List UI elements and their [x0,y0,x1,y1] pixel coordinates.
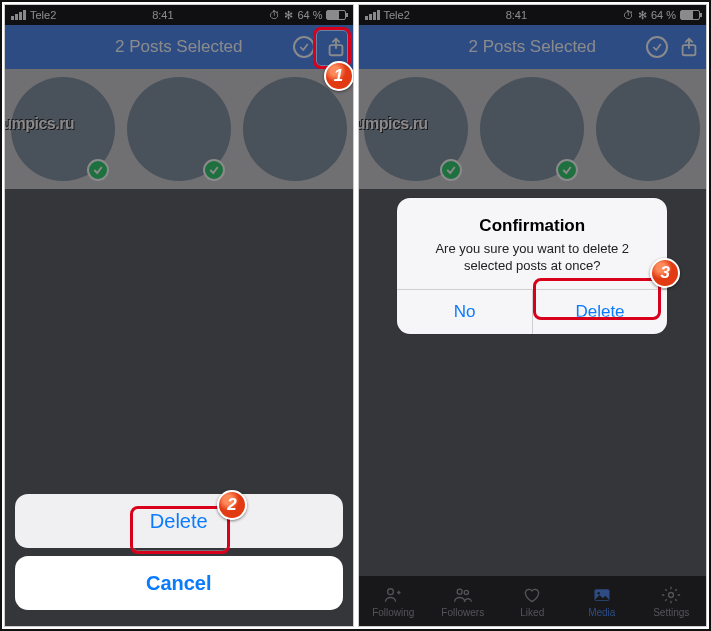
action-sheet: Delete Cancel [15,494,343,618]
alert-title: Confirmation [413,216,651,236]
alert-delete-button[interactable]: Delete [532,290,668,334]
action-delete-button[interactable]: Delete [15,494,343,548]
alert-message: Are you sure you want to delete 2 select… [413,240,651,275]
alert-no-button[interactable]: No [397,290,532,334]
phone-right: Tele2 8:41 ⏱︎ ✻ 64 % 2 Posts Selected [358,4,708,627]
action-cancel-button[interactable]: Cancel [15,556,343,610]
confirm-dialog: Confirmation Are you sure you want to de… [397,198,667,334]
tutorial-frame: Tele2 8:41 ⏱︎ ✻ 64 % 2 Posts Selected [0,0,711,631]
phone-left: Tele2 8:41 ⏱︎ ✻ 64 % 2 Posts Selected [4,4,354,627]
